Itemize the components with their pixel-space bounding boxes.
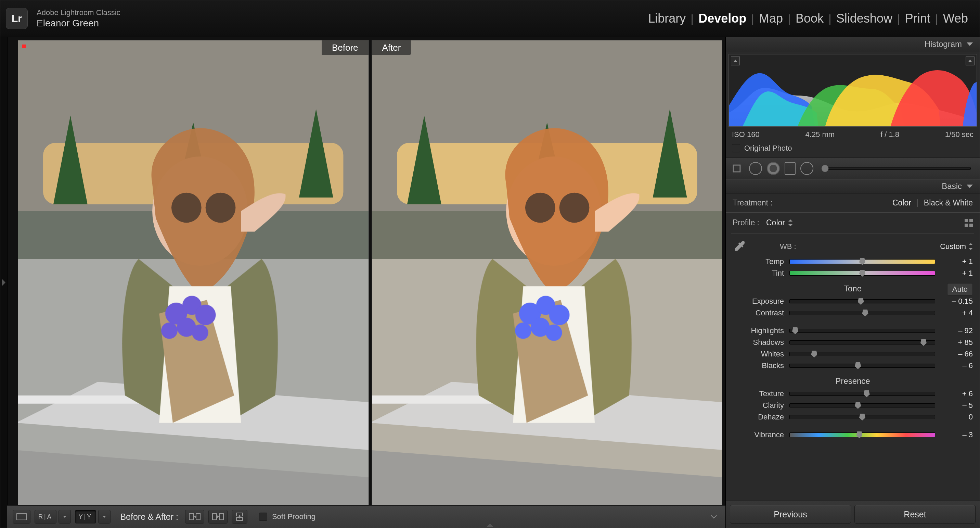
slider-thumb-icon (859, 270, 865, 277)
mask-amount-slider[interactable] (822, 167, 971, 170)
module-map[interactable]: Map (754, 11, 788, 26)
slider-thumb-icon (856, 431, 862, 438)
slider-thumb-icon (862, 309, 869, 316)
graduated-filter-button[interactable] (784, 162, 795, 175)
exif-focal: 4.25 mm (805, 130, 835, 139)
temp-slider[interactable] (789, 258, 935, 265)
svg-point-12 (206, 193, 236, 223)
highlights-slider[interactable] (789, 328, 935, 334)
treatment-color-button[interactable]: Color (892, 198, 911, 207)
previous-button[interactable]: Previous (730, 505, 851, 523)
loupe-view-button[interactable] (13, 510, 30, 523)
histogram-graph (729, 54, 977, 126)
before-after-label: Before & After : (120, 512, 178, 522)
vibrance-slider[interactable] (789, 432, 935, 438)
soft-proofing-toggle[interactable]: Soft Proofing (259, 512, 315, 521)
dehaze-value[interactable]: 0 (941, 413, 973, 421)
preview-before[interactable]: Before (18, 40, 369, 505)
histogram[interactable] (729, 54, 977, 127)
basic-header[interactable]: Basic (726, 179, 980, 193)
ref-menu-button[interactable] (59, 510, 71, 523)
histogram-header[interactable]: Histogram (726, 37, 980, 51)
temp-value[interactable]: + 1 (941, 257, 973, 266)
clarity-value[interactable]: – 5 (941, 401, 973, 410)
slider-thumb-icon (821, 165, 829, 172)
texture-slider[interactable] (789, 391, 935, 397)
contrast-slider[interactable] (789, 310, 935, 316)
ba-menu-button[interactable] (98, 510, 111, 523)
clarity-slider-row: Clarity– 5 (726, 400, 980, 411)
highlight-clipping-icon[interactable] (966, 56, 975, 65)
clarity-slider[interactable] (789, 402, 935, 408)
wb-select[interactable]: Custom (940, 242, 973, 251)
ref-left-button[interactable]: R|A (35, 510, 56, 523)
slider-thumb-icon (855, 402, 861, 409)
texture-label: Texture (733, 389, 784, 398)
svg-rect-42 (220, 514, 223, 520)
redeye-tool-button[interactable] (767, 162, 780, 175)
module-print[interactable]: Print (900, 11, 935, 26)
temp-slider-row: Temp+ 1 (726, 256, 980, 267)
module-web[interactable]: Web (938, 11, 973, 26)
profile-select[interactable]: Color (766, 218, 792, 227)
module-picker: Library|Develop|Map|Book|Slideshow|Print… (643, 11, 973, 26)
content-row: Before (0, 37, 980, 528)
shadow-clipping-icon[interactable] (731, 56, 740, 65)
svg-point-15 (196, 305, 216, 325)
contrast-value[interactable]: + 4 (941, 308, 973, 317)
soft-proofing-label: Soft Proofing (272, 512, 315, 521)
module-develop[interactable]: Develop (694, 11, 751, 26)
tint-value[interactable]: + 1 (941, 269, 973, 278)
original-photo-toggle[interactable]: Original Photo (726, 141, 980, 158)
white-balance-picker-button[interactable] (733, 239, 747, 254)
blacks-slider[interactable] (789, 363, 935, 369)
reset-button[interactable]: Reset (854, 505, 975, 523)
whites-value[interactable]: – 66 (941, 349, 973, 359)
copy-after-to-before-button[interactable] (208, 510, 228, 523)
white-balance-row: WB : Custom (726, 234, 980, 256)
shadows-slider[interactable] (789, 339, 935, 346)
shadows-value[interactable]: + 85 (941, 338, 973, 347)
dehaze-slider[interactable] (789, 414, 935, 420)
radial-filter-button[interactable] (800, 162, 813, 175)
filmstrip-expander-icon[interactable] (487, 523, 493, 527)
swap-before-after-button[interactable] (232, 510, 247, 523)
auto-tone-button[interactable]: Auto (947, 283, 973, 295)
copy-before-to-after-button[interactable] (185, 510, 204, 523)
svg-rect-41 (213, 514, 216, 520)
exposure-slider[interactable] (789, 298, 935, 305)
whites-slider-row: Whites– 66 (726, 348, 980, 360)
reference-view-group: R|A (35, 510, 71, 523)
preview-toolbar: R|A Y|Y Before & After : (7, 506, 725, 528)
before-after-view-group: Y|Y (75, 510, 111, 523)
blacks-value[interactable]: – 6 (941, 361, 973, 370)
crop-tool-button[interactable] (729, 161, 744, 176)
tint-slider[interactable] (789, 270, 935, 276)
healing-tool-button[interactable] (749, 162, 762, 175)
svg-point-34 (549, 305, 570, 325)
treatment-label: Treatment : (733, 198, 773, 207)
toolbar-options-button[interactable] (708, 510, 720, 523)
whites-slider[interactable] (789, 351, 935, 357)
profile-value: Color (766, 218, 785, 227)
module-library[interactable]: Library (643, 11, 690, 26)
ba-side-button[interactable]: Y|Y (75, 510, 97, 523)
module-slideshow[interactable]: Slideshow (832, 11, 897, 26)
vibrance-value[interactable]: – 3 (941, 431, 973, 439)
preview-after[interactable]: After (372, 40, 723, 505)
exposure-value[interactable]: – 0.15 (941, 297, 973, 306)
tone-section-title: Tone Auto (726, 279, 980, 295)
profile-browser-button[interactable] (965, 219, 973, 227)
svg-point-11 (172, 193, 202, 223)
profile-row: Profile : Color (726, 212, 980, 233)
highlights-value[interactable]: – 92 (941, 326, 973, 335)
exif-iso: ISO 160 (732, 130, 760, 139)
after-label: After (372, 40, 411, 55)
svg-point-17 (161, 322, 178, 339)
treatment-row: Treatment : Color Black & White (726, 193, 980, 212)
left-panel-expander[interactable] (0, 37, 7, 528)
checkbox-icon (732, 144, 740, 152)
treatment-bw-button[interactable]: Black & White (924, 198, 973, 207)
texture-value[interactable]: + 6 (941, 389, 973, 398)
module-book[interactable]: Book (791, 11, 829, 26)
